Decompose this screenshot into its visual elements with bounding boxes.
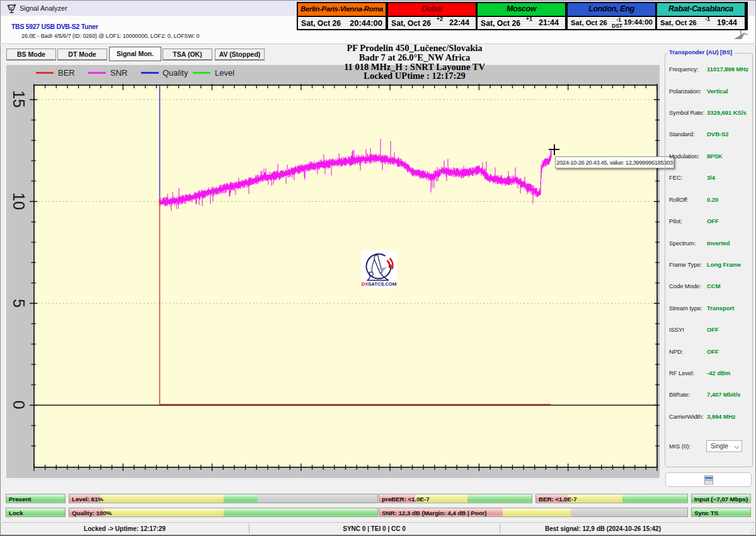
svg-text:DXSATCS.COM: DXSATCS.COM (362, 281, 397, 287)
